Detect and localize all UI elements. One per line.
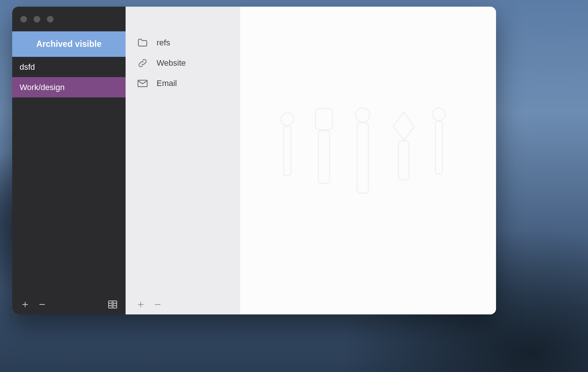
item-list-panel: refs Website (126, 7, 240, 314)
window-minimize-button[interactable] (34, 16, 40, 23)
archive-icon[interactable] (108, 300, 117, 309)
list-item-email[interactable]: Email (126, 73, 240, 93)
desktop-background: Archived visible dsfd Work/design (0, 0, 588, 372)
add-item-button[interactable] (136, 300, 146, 309)
sidebar-item-label: Work/design (20, 83, 65, 92)
svg-rect-15 (315, 108, 332, 130)
svg-point-13 (281, 113, 294, 125)
folder-icon (137, 37, 148, 48)
add-button[interactable] (20, 300, 30, 309)
svg-rect-21 (435, 121, 442, 174)
sidebar-header-label: Archived visible (36, 39, 101, 49)
empty-state-illustration (270, 95, 481, 221)
sidebar-footer (12, 294, 126, 314)
sidebar-item-dsfd[interactable]: dsfd (12, 57, 126, 77)
window-close-button[interactable] (20, 16, 27, 23)
svg-rect-19 (399, 141, 409, 180)
link-icon (137, 58, 148, 69)
list-item-label: Website (157, 58, 186, 68)
remove-button[interactable] (37, 300, 47, 309)
svg-point-17 (356, 108, 370, 122)
item-list-footer (126, 294, 240, 314)
svg-rect-18 (357, 123, 369, 193)
svg-rect-14 (284, 126, 291, 176)
item-list: refs Website (126, 7, 240, 294)
sidebar-item-work-design[interactable]: Work/design (12, 77, 126, 97)
remove-item-button[interactable] (153, 300, 163, 309)
list-item-refs[interactable]: refs (126, 32, 240, 53)
mail-icon (137, 78, 148, 89)
app-window: Archived visible dsfd Work/design (12, 7, 496, 314)
sidebar: Archived visible dsfd Work/design (12, 7, 126, 314)
svg-rect-16 (318, 131, 330, 183)
window-titlebar (12, 7, 126, 31)
sidebar-header-archived[interactable]: Archived visible (12, 31, 126, 57)
sidebar-list: Archived visible dsfd Work/design (12, 31, 126, 294)
list-item-website[interactable]: Website (126, 53, 240, 73)
list-item-label: refs (157, 38, 170, 48)
svg-point-20 (433, 108, 445, 120)
sidebar-item-label: dsfd (20, 62, 35, 72)
detail-panel (240, 7, 496, 314)
list-item-label: Email (157, 79, 177, 88)
window-zoom-button[interactable] (47, 16, 54, 23)
